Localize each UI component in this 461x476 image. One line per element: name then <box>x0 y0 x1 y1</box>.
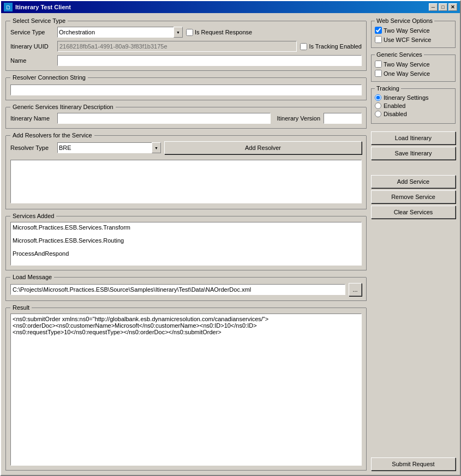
two-way-service-label: Two Way Service <box>384 27 430 34</box>
itinerary-uuid-input <box>57 41 297 52</box>
tracking-itinerary-settings-label: Itinerary Settings <box>384 94 429 101</box>
use-wcf-service-checkbox[interactable] <box>375 36 382 43</box>
restore-button[interactable]: □ <box>439 3 447 11</box>
generic-one-way-label: One Way Service <box>384 70 430 77</box>
add-resolvers-label: Add Resolvers for the Service <box>10 132 94 138</box>
result-label: Result <box>10 304 32 311</box>
itinerary-uuid-label: Itinerary UUID <box>10 43 54 50</box>
close-button[interactable]: ✕ <box>448 3 457 11</box>
left-panel: Select Service Type Service Type Orchest… <box>5 17 367 471</box>
is-tracking-enabled-wrapper: Is Tracking Enabled <box>300 43 362 50</box>
service-type-label: Service Type <box>10 29 54 35</box>
window-title: Itinerary Test Client <box>15 4 71 10</box>
tracking-itinerary-settings-radio[interactable] <box>375 94 381 101</box>
submit-request-button[interactable]: Submit Request <box>371 457 456 471</box>
generic-two-way-label: Two Way Service <box>384 61 430 68</box>
clear-services-button[interactable]: Clear Services <box>371 206 456 219</box>
generic-services-label: Generic Services Itinerary Description <box>10 104 116 110</box>
add-resolvers-group: Add Resolvers for the Service Resolver T… <box>5 135 367 209</box>
tracking-label: Tracking <box>375 85 401 92</box>
tracking-disabled-wrapper: Disabled <box>375 111 452 117</box>
generic-services-group: Generic Services Itinerary Description I… <box>5 107 367 129</box>
is-tracking-enabled-label: Is Tracking Enabled <box>309 43 362 50</box>
resolver-connection-group: Resolver Connection String <box>5 77 367 100</box>
itinerary-name-input[interactable] <box>57 113 271 124</box>
use-wcf-service-wrapper: Use WCF Service <box>375 36 452 43</box>
generic-one-way-wrapper: One Way Service <box>375 70 452 77</box>
service-item-0: Microsoft.Practices.ESB.Services.Transfo… <box>13 224 360 231</box>
remove-service-button[interactable]: Remove Service <box>371 190 456 203</box>
name-input[interactable] <box>57 55 362 66</box>
result-textarea[interactable]: <ns0:submitOrder xmlns:ns0="http://globa… <box>10 314 362 466</box>
result-group: Result <ns0:submitOrder xmlns:ns0="http:… <box>5 308 367 471</box>
save-itinerary-button[interactable]: Save Itinerary <box>371 147 456 160</box>
load-message-label: Load Message <box>10 274 54 280</box>
name-label: Name <box>10 57 54 64</box>
two-way-service-wrapper: Two Way Service <box>375 27 452 34</box>
add-service-button[interactable]: Add Service <box>371 175 456 188</box>
tracking-group: Tracking Itinerary Settings Enabled Disa… <box>371 88 456 124</box>
action-buttons: Load Itinerary Save Itinerary <box>371 131 456 160</box>
service-item-1: Microsoft.Practices.ESB.Services.Routing <box>13 237 360 244</box>
service-type-select[interactable]: Orchestration <box>57 27 183 38</box>
itinerary-uuid-row: Itinerary UUID Is Tracking Enabled <box>10 41 362 52</box>
resolver-type-label: Resolver Type <box>10 144 54 151</box>
services-list[interactable]: Microsoft.Practices.ESB.Services.Transfo… <box>10 222 362 266</box>
is-request-response-checkbox-wrapper: Is Request Response <box>186 29 252 36</box>
two-way-service-checkbox[interactable] <box>375 27 382 34</box>
select-service-type-group: Select Service Type Service Type Orchest… <box>5 21 367 71</box>
select-service-type-label: Select Service Type <box>10 17 68 24</box>
use-wcf-service-label: Use WCF Service <box>384 37 431 43</box>
tracking-disabled-radio[interactable] <box>375 111 381 117</box>
resolver-connection-input[interactable] <box>10 85 362 95</box>
resolver-textarea[interactable] <box>10 160 362 203</box>
resolver-type-select-wrapper: BRE UDDI STATIC XPATH ▼ <box>57 142 161 153</box>
title-bar-controls: ─ □ ✕ <box>429 3 457 11</box>
name-row: Name <box>10 55 362 66</box>
service-item-2: ProcessAndRespond <box>13 250 360 257</box>
service-buttons: Add Service Remove Service Clear Service… <box>371 175 456 219</box>
generic-services-right-group: Generic Services Two Way Service One Way… <box>371 55 456 82</box>
itinerary-name-label: Itinerary Name <box>10 115 54 122</box>
title-bar: 🗋 Itinerary Test Client ─ □ ✕ <box>1 1 460 13</box>
resolver-connection-label: Resolver Connection String <box>10 74 88 81</box>
generic-one-way-checkbox[interactable] <box>375 70 382 77</box>
web-service-options-label: Web Service Options <box>375 17 434 24</box>
load-message-row: ... <box>10 283 362 296</box>
generic-two-way-checkbox[interactable] <box>375 61 382 68</box>
services-added-group: Services Added Microsoft.Practices.ESB.S… <box>5 216 367 270</box>
title-bar-left: 🗋 Itinerary Test Client <box>4 3 71 11</box>
load-message-input[interactable] <box>10 284 345 295</box>
is-request-response-checkbox[interactable] <box>186 29 193 36</box>
itinerary-name-row: Itinerary Name Itinerary Version <box>10 113 362 124</box>
service-type-row: Service Type Orchestration ▼ Is Request … <box>10 27 362 38</box>
resolver-type-row: Resolver Type BRE UDDI STATIC XPATH ▼ Ad… <box>10 141 362 154</box>
main-window: 🗋 Itinerary Test Client ─ □ ✕ Select Ser… <box>0 0 461 476</box>
load-itinerary-button[interactable]: Load Itinerary <box>371 131 456 144</box>
tracking-enabled-wrapper: Enabled <box>375 103 452 109</box>
generic-two-way-wrapper: Two Way Service <box>375 61 452 68</box>
tracking-enabled-radio[interactable] <box>375 103 381 109</box>
itinerary-version-input[interactable] <box>324 113 362 124</box>
itinerary-version-label: Itinerary Version <box>277 115 320 122</box>
browse-button[interactable]: ... <box>349 283 362 296</box>
services-added-label: Services Added <box>10 213 56 219</box>
generic-services-right-label: Generic Services <box>375 51 424 58</box>
load-message-group: Load Message ... <box>5 277 367 301</box>
service-type-select-wrapper: Orchestration ▼ <box>57 27 183 38</box>
resolver-type-select[interactable]: BRE UDDI STATIC XPATH <box>57 142 161 153</box>
minimize-button[interactable]: ─ <box>429 3 438 11</box>
add-resolver-button[interactable]: Add Resolver <box>164 141 362 154</box>
window-body: Select Service Type Service Type Orchest… <box>1 13 460 475</box>
tracking-enabled-label: Enabled <box>384 103 405 109</box>
window-icon: 🗋 <box>4 3 13 11</box>
is-request-response-label: Is Request Response <box>195 29 252 35</box>
right-panel: Web Service Options Two Way Service Use … <box>371 17 456 471</box>
tracking-disabled-label: Disabled <box>384 111 407 117</box>
tracking-itinerary-settings-wrapper: Itinerary Settings <box>375 94 452 101</box>
web-service-options-group: Web Service Options Two Way Service Use … <box>371 21 456 48</box>
is-tracking-enabled-checkbox[interactable] <box>300 43 307 50</box>
